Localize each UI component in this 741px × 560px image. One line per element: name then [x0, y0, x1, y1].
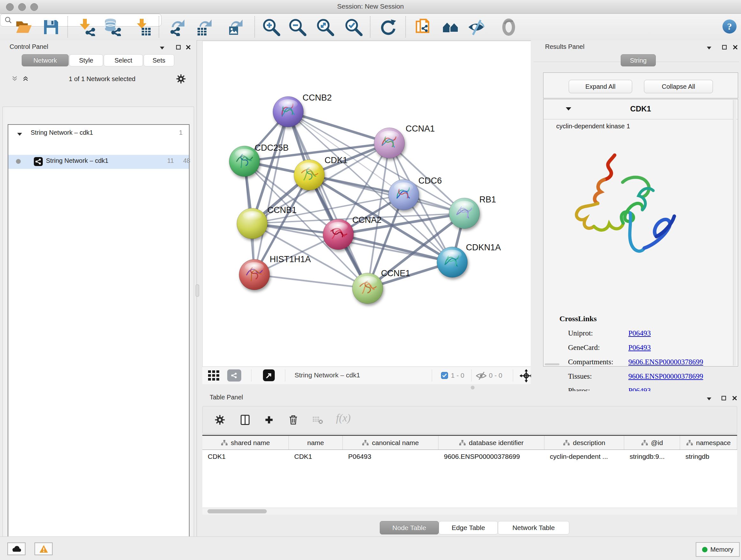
tab-sets[interactable]: Sets — [144, 54, 174, 66]
table-panel-title: Table Panel — [210, 394, 243, 401]
delete-column-trash-icon[interactable] — [288, 414, 298, 426]
edge — [254, 274, 367, 288]
table-panel-close-icon[interactable] — [731, 395, 738, 401]
results-panel-title: Results Panel — [545, 43, 584, 51]
zoom-in-icon[interactable] — [262, 17, 281, 37]
grid-view-icon[interactable] — [208, 370, 221, 382]
column-header-shared-name[interactable]: shared name — [202, 436, 289, 449]
title-bar: Session: New Session — [0, 0, 741, 14]
table-horizontal-scrollbar[interactable] — [202, 508, 737, 515]
tab-edge-table[interactable]: Edge Table — [439, 521, 498, 535]
detach-view-icon[interactable] — [263, 369, 275, 381]
column-header-namespace[interactable]: namespace — [680, 436, 737, 449]
export-network-icon[interactable] — [169, 17, 188, 37]
column-header-name[interactable]: name — [289, 436, 343, 449]
results-panel-close-icon[interactable] — [732, 44, 738, 51]
node-table[interactable]: shared namenamecanonical namedatabase id… — [202, 435, 737, 508]
cloud-status-button[interactable] — [7, 543, 25, 555]
left-splitter-grip[interactable] — [196, 285, 199, 297]
zoom-fit-icon[interactable] — [316, 17, 335, 37]
table-panel-menu-icon[interactable] — [706, 395, 712, 402]
control-panel-menu-icon[interactable] — [159, 45, 165, 51]
crosslink-value-link[interactable]: P06493 — [628, 344, 651, 352]
tab-network[interactable]: Network — [22, 54, 69, 66]
memory-label: Memory — [711, 546, 733, 553]
warnings-button[interactable] — [35, 543, 53, 555]
table-cell[interactable]: 9606.ENSP00000378699 — [439, 450, 544, 464]
help-icon[interactable]: ? — [722, 19, 737, 34]
app-store-icon[interactable] — [441, 17, 460, 37]
tab-string[interactable]: String — [621, 54, 656, 66]
delete-table-icon-disabled — [313, 415, 323, 424]
memory-status-dot-icon — [702, 547, 708, 552]
results-vertical-scrollbar[interactable] — [733, 100, 736, 366]
node-label-CDC6: CDC6 — [418, 176, 442, 186]
results-panel-menu-icon[interactable] — [706, 45, 712, 51]
collapse-all-button[interactable]: Collapse All — [644, 80, 713, 93]
collapse-all-networks-icon[interactable] — [11, 75, 18, 82]
network-graph[interactable]: CCNB2CCNA1CDC25BCDK1CDC6RB1CCNB1CCNA2CDK… — [203, 41, 531, 367]
selected-nodes-checkbox-icon[interactable] — [441, 372, 448, 379]
table-panel-float-icon[interactable] — [721, 395, 727, 401]
hidden-eye-icon[interactable] — [475, 372, 487, 381]
table-cell[interactable]: stringdb:9... — [624, 450, 680, 464]
column-header-description[interactable]: description — [544, 436, 624, 449]
memory-button[interactable]: Memory — [696, 542, 740, 557]
search-icon — [4, 16, 12, 24]
node-label-CCNA2: CCNA2 — [352, 215, 382, 225]
tree-caret-icon[interactable] — [17, 130, 22, 137]
zoom-selected-icon[interactable] — [344, 17, 363, 37]
network-canvas[interactable]: CCNB2CCNA1CDC25BCDK1CDC6RB1CCNB1CCNA2CDK… — [202, 41, 531, 367]
create-network-from-selection-icon[interactable] — [414, 17, 434, 37]
save-session-icon[interactable] — [42, 17, 61, 37]
table-cell[interactable]: CDK1 — [202, 450, 289, 464]
export-image-icon[interactable] — [226, 17, 246, 37]
refresh-network-icon[interactable] — [378, 17, 397, 37]
table-cell[interactable]: stringdb — [680, 450, 737, 464]
toolbar-separator — [471, 369, 472, 381]
network-collection-row[interactable]: String Network – cdk1 1 — [8, 127, 189, 141]
node-label-CCNE1: CCNE1 — [381, 268, 410, 278]
import-network-from-database-icon[interactable] — [103, 17, 122, 37]
column-header--id[interactable]: @id — [624, 436, 680, 449]
network-options-gear-icon[interactable] — [176, 74, 186, 84]
crosslink-value-link[interactable]: P06493 — [628, 329, 651, 337]
import-network-icon[interactable] — [77, 17, 96, 37]
results-horizontal-scroll-thumb[interactable] — [545, 363, 559, 365]
expand-all-networks-icon[interactable] — [22, 75, 29, 82]
column-icon — [686, 440, 693, 446]
node-label-RB1: RB1 — [479, 195, 496, 204]
scrollbar-thumb[interactable] — [207, 509, 267, 513]
tab-select[interactable]: Select — [104, 54, 143, 66]
tab-style[interactable]: Style — [69, 54, 103, 66]
import-table-icon[interactable] — [133, 17, 152, 37]
results-panel-float-icon[interactable] — [721, 44, 728, 51]
network-view-mode-icon[interactable] — [227, 369, 241, 381]
zoom-out-icon[interactable] — [288, 17, 307, 37]
crosslink-value-link[interactable]: 9606.ENSP00000378699 — [628, 372, 703, 381]
tab-network-table[interactable]: Network Table — [498, 521, 569, 535]
show-columns-icon[interactable] — [240, 414, 251, 426]
network-row[interactable]: String Network – cdk1 11 48 — [8, 155, 189, 169]
crosslink-value-link[interactable]: 9606.ENSP00000378699 — [628, 358, 703, 366]
table-gear-icon[interactable] — [215, 415, 225, 425]
status-bar: Memory — [0, 537, 741, 560]
node-HIST1H1A: HIST1H1A — [239, 254, 311, 290]
table-row[interactable]: CDK1CDK1P064939606.ENSP00000378699cyclin… — [202, 450, 737, 464]
add-column-icon[interactable] — [264, 415, 274, 425]
table-cell[interactable]: cyclin-dependent ... — [544, 450, 624, 464]
table-cell[interactable]: CDK1 — [289, 450, 343, 464]
column-header-database-identifier[interactable]: database identifier — [439, 436, 544, 449]
hide-selected-icon[interactable] — [467, 17, 486, 37]
export-table-icon[interactable] — [196, 17, 215, 37]
control-panel-close-icon[interactable] — [185, 44, 192, 51]
column-header-canonical-name[interactable]: canonical name — [343, 436, 439, 449]
show-all-icon[interactable] — [499, 17, 518, 37]
column-icon — [459, 440, 466, 446]
toolbar-separator — [370, 16, 370, 37]
open-session-icon[interactable] — [14, 17, 33, 37]
tab-node-table[interactable]: Node Table — [380, 521, 439, 535]
expand-all-button[interactable]: Expand All — [569, 80, 632, 93]
table-cell[interactable]: P06493 — [343, 450, 439, 464]
control-panel-float-icon[interactable] — [175, 44, 182, 51]
